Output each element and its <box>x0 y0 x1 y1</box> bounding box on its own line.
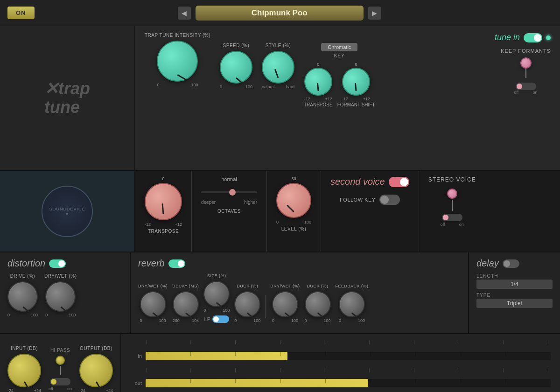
formant-range: -12 +12 <box>342 97 370 101</box>
rev-feedback-knob[interactable] <box>339 291 365 317</box>
distortion-title: distortion <box>7 258 122 269</box>
lp-thumb <box>213 316 219 322</box>
distortion-block: distortion DRIVE (%) 0 100 DRY/WET (%) <box>0 252 131 333</box>
in-label: in <box>131 353 142 359</box>
tune-in-label: tune in <box>495 33 520 42</box>
logo-tune: tune <box>44 98 90 117</box>
hi-pass-track <box>50 378 70 385</box>
s2-level-marker: 50 <box>291 176 296 181</box>
transpose1-knob[interactable] <box>304 68 332 96</box>
transpose1-container: 0 -12 +12 TRANSPOSE <box>304 62 333 107</box>
stereo-voice-thumb[interactable] <box>443 215 448 220</box>
sounddevice-circle: SOUNDDEVICE● <box>42 186 93 237</box>
out-meter-track <box>146 379 551 387</box>
keep-formants-knob[interactable] <box>520 57 532 69</box>
distortion-toggle[interactable] <box>49 259 66 268</box>
style-knob[interactable] <box>262 51 294 84</box>
delay-type-label: TYPE <box>476 293 553 298</box>
octaves-track <box>201 191 257 193</box>
output-knob[interactable] <box>79 354 113 387</box>
hi-pass-thumb[interactable] <box>51 379 56 385</box>
octaves-labels: deeper higher <box>201 200 257 205</box>
s2-transpose-top: 0 <box>162 176 164 181</box>
output-container: OUTPUT (dB) -24 +24 <box>79 346 113 392</box>
stereo-voice-stem <box>447 200 458 213</box>
input-label: INPUT (dB) <box>11 346 38 351</box>
effects-section: distortion DRIVE (%) 0 100 DRY/WET (%) <box>0 252 560 334</box>
sounddevice-block: SOUNDDEVICE● <box>0 171 135 252</box>
drive-range: 0 100 <box>7 313 38 317</box>
meter-tick-labels: | | | | | | | | | | <box>144 340 551 344</box>
rev-decay-knob[interactable] <box>173 291 199 317</box>
stereo-voice-track <box>442 214 462 221</box>
s2-transpose-label: TRANSPOSE <box>148 229 179 234</box>
intensity-range: 0 100 <box>157 83 198 87</box>
prev-preset-button[interactable]: ◀ <box>178 7 191 20</box>
delay-type-value[interactable]: Triplet <box>476 299 553 308</box>
next-preset-button[interactable]: ▶ <box>368 7 381 20</box>
in-meter-fill <box>146 352 287 360</box>
second-voice-toggle[interactable] <box>389 177 409 187</box>
hi-pass-container: HI PASS off on <box>49 348 72 391</box>
intensity-knob[interactable] <box>157 41 198 82</box>
transpose1-label: TRANSPOSE <box>304 102 333 107</box>
style-range: natural hard <box>262 84 294 89</box>
meter-block: | | | | | | | | | | in <box>121 334 560 392</box>
rev-duck2-knob[interactable] <box>305 291 331 317</box>
out-meter-fill <box>146 379 368 387</box>
rev-drywet-knob[interactable] <box>140 291 166 317</box>
rev-drywet-container: DRY/WET (%) 0 100 <box>138 284 168 323</box>
rev-drywet2-knob[interactable] <box>272 291 298 317</box>
rev-duck2-range: 0 100 <box>305 318 331 323</box>
rev-size-label: SIZE (%) <box>207 273 226 278</box>
stereo-voice-panel: STEREO VOICE off on <box>419 171 485 252</box>
rev-duck1-knob[interactable] <box>234 291 260 317</box>
right-controls: tune in KEEP FORMANTS <box>495 33 551 95</box>
lp-track[interactable] <box>212 315 229 323</box>
rev-decay-label: DECAY (ms) <box>172 284 199 288</box>
octaves-thumb[interactable] <box>229 189 236 196</box>
stereo-voice-knob[interactable] <box>447 189 457 199</box>
input-knob[interactable] <box>7 354 41 387</box>
formant-shift-knob[interactable] <box>342 68 370 96</box>
transpose1-range: -12 +12 <box>304 97 332 101</box>
hi-pass-knob[interactable] <box>56 356 65 365</box>
rev-size-knob[interactable] <box>203 281 230 307</box>
drive-knob[interactable] <box>7 281 38 312</box>
on-button[interactable]: ON <box>7 7 35 19</box>
key-selector[interactable]: Chromatic <box>321 43 357 51</box>
input-block: INPUT (dB) -24 +24 HI PASS off <box>0 334 121 392</box>
rev-size-range: 0 100 <box>203 308 230 313</box>
s2-level-block: 50 0 100 LEVEL (%) <box>267 171 321 252</box>
s2-level-label: LEVEL (%) <box>281 226 307 231</box>
delay-length-label: LENGTH <box>476 273 553 279</box>
tune-in-toggle[interactable] <box>524 33 542 42</box>
rev-drywet2-container: DRY/WET (%) 0 100 <box>270 284 300 323</box>
delay-type-row: TYPE Triplet <box>476 293 553 308</box>
out-label: out <box>131 380 142 386</box>
keep-formants-thumb[interactable] <box>517 84 522 89</box>
octaves-label: OCTAVES <box>217 209 241 214</box>
drive-label: DRIVE (%) <box>10 273 35 279</box>
follow-key-label: FOLLOW KEY <box>340 197 376 203</box>
hi-pass-stem <box>56 366 65 377</box>
hi-pass-label: HI PASS <box>50 348 70 353</box>
reverb-title: reverb <box>138 258 461 269</box>
preset-name: Chipmunk Poo <box>196 6 364 21</box>
follow-key-toggle[interactable] <box>379 195 400 205</box>
meter-tick-labels2: | | | | | | | | | | <box>144 368 551 372</box>
rev-duck2-label: DUCK (%) <box>307 284 329 288</box>
distortion-controls: DRIVE (%) 0 100 DRY/WET (%) 0 100 <box>7 273 122 317</box>
s2-level-knob[interactable] <box>276 183 311 218</box>
s2-transpose-knob[interactable] <box>145 183 182 220</box>
dist-drywet-knob[interactable] <box>45 281 76 312</box>
delay-length-value[interactable]: 1/4 <box>476 280 553 289</box>
delay-settings: LENGTH 1/4 TYPE Triplet <box>476 273 553 308</box>
dist-drywet-container: DRY/WET (%) 0 100 <box>44 273 77 317</box>
speed-knob[interactable] <box>220 51 252 84</box>
second-voice-title: second voice <box>330 176 385 187</box>
s2-level-range: 0 100 <box>276 220 311 224</box>
delay-toggle[interactable] <box>503 259 519 268</box>
reverb-toggle[interactable] <box>168 259 185 268</box>
rev-duck2-container: DUCK (%) 0 100 <box>305 284 331 323</box>
